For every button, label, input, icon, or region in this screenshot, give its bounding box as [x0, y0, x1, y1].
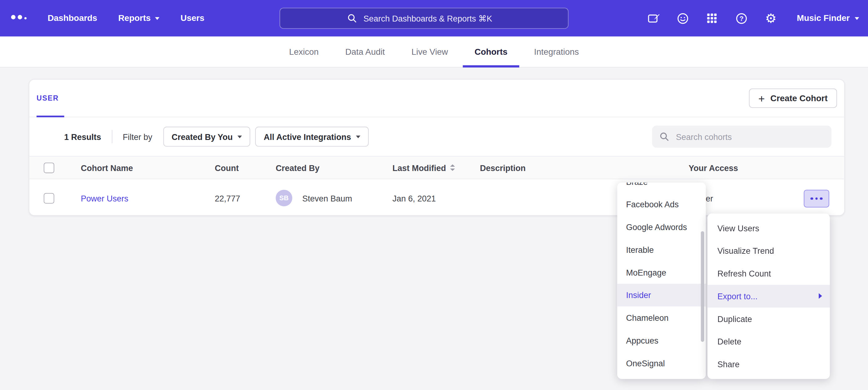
- export-targets-submenu: Braze Facebook Ads Google Adwords Iterab…: [617, 183, 706, 379]
- menu-item-delete[interactable]: Delete: [707, 330, 830, 353]
- tab-lexicon[interactable]: Lexicon: [278, 37, 331, 67]
- row-checkbox[interactable]: [44, 193, 54, 203]
- feedback-icon[interactable]: [647, 12, 660, 25]
- menu-item-google-adwords[interactable]: Google Adwords: [617, 216, 706, 238]
- ellipsis-icon: [810, 197, 813, 200]
- nav-item-label: Reports: [118, 13, 151, 23]
- divider: [112, 130, 112, 143]
- nav-item-label: Dashboards: [48, 13, 97, 23]
- menu-item-visualize-trend[interactable]: Visualize Trend: [707, 239, 830, 262]
- menu-item-export-to[interactable]: Export to...: [707, 285, 830, 307]
- row-context-menu: View Users Visualize Trend Refresh Count…: [707, 214, 830, 379]
- menu-item-view-users[interactable]: View Users: [707, 217, 830, 239]
- menu-item-share[interactable]: Share: [707, 353, 830, 376]
- cohorts-panel: USER + Create Cohort 1 Results Filter by…: [29, 79, 845, 216]
- top-nav: Dashboards Reports Users: [0, 0, 868, 37]
- sort-icon[interactable]: [450, 164, 456, 171]
- last-modified-cell: Jan 6, 2021: [393, 179, 436, 217]
- chevron-down-icon: [356, 135, 361, 138]
- global-search[interactable]: [279, 8, 568, 29]
- settings-gear-icon[interactable]: ⚙: [764, 12, 777, 25]
- app-window: Dashboards Reports Users: [0, 0, 868, 390]
- menu-item-chameleon[interactable]: Chameleon: [617, 306, 706, 329]
- menu-item-refresh-count[interactable]: Refresh Count: [707, 262, 830, 285]
- menu-item-moengage[interactable]: MoEngage: [617, 261, 706, 284]
- created-by-name: Steven Baum: [302, 193, 352, 203]
- header-created-by: Created By: [276, 157, 319, 179]
- nav-item-dashboards[interactable]: Dashboards: [48, 13, 97, 23]
- menu-item-duplicate[interactable]: Duplicate: [707, 307, 830, 330]
- logo-dot: [24, 17, 27, 19]
- header-count: Count: [215, 157, 239, 179]
- workspace-name: Music Finder: [797, 13, 850, 23]
- section-tabs: Lexicon Data Audit Live View Cohorts Int…: [0, 37, 868, 68]
- table-header: Cohort Name Count Created By Last Modifi…: [29, 156, 844, 179]
- menu-item-insider[interactable]: Insider: [617, 284, 706, 307]
- menu-item-braze[interactable]: Braze: [617, 183, 706, 193]
- header-description: Description: [480, 157, 525, 179]
- select-all-checkbox[interactable]: [44, 162, 54, 173]
- filter-created-by-dropdown[interactable]: Created By You: [163, 127, 251, 147]
- global-search-input[interactable]: [362, 13, 502, 23]
- chevron-down-icon: [155, 17, 159, 20]
- chevron-down-icon: [238, 135, 242, 138]
- nav-right-items: ? ⚙ Music Finder: [647, 0, 859, 37]
- logo-dots-icon[interactable]: [11, 15, 27, 20]
- nav-item-users[interactable]: Users: [181, 13, 205, 23]
- cohort-name-link[interactable]: Power Users: [81, 193, 128, 203]
- svg-text:?: ?: [739, 14, 743, 22]
- row-actions-button[interactable]: [804, 190, 829, 207]
- filter-row: 1 Results Filter by Created By You All A…: [29, 117, 844, 156]
- submenu-scrollbar-thumb[interactable]: [701, 231, 704, 342]
- cohort-search[interactable]: [652, 126, 832, 148]
- created-by-cell: SB Steven Baum: [276, 179, 352, 217]
- tab-cohorts[interactable]: Cohorts: [463, 37, 519, 67]
- filter-by-label: Filter by: [123, 132, 152, 141]
- create-cohort-button[interactable]: + Create Cohort: [749, 89, 837, 108]
- cohort-count: 22,777: [215, 179, 240, 217]
- submenu-arrow-icon: [819, 293, 822, 299]
- tab-integrations[interactable]: Integrations: [522, 37, 590, 67]
- workspace-switcher[interactable]: Music Finder: [797, 13, 859, 23]
- table-row: Power Users 22,777 SB Steven Baum Jan 6,…: [29, 179, 844, 217]
- header-last-modified: Last Modified: [393, 157, 455, 179]
- logo-dot: [18, 15, 22, 20]
- filter-integrations-dropdown[interactable]: All Active Integrations: [255, 127, 369, 147]
- nav-item-reports[interactable]: Reports: [118, 13, 159, 23]
- search-icon: [659, 131, 670, 142]
- active-tab-underline: [37, 116, 64, 117]
- nav-item-label: Users: [181, 13, 205, 23]
- menu-item-onesignal[interactable]: OneSignal: [617, 352, 706, 375]
- chevron-down-icon: [855, 17, 859, 20]
- results-count: 1 Results: [64, 132, 101, 141]
- search-icon: [346, 12, 358, 24]
- nav-main-items: Dashboards Reports Users: [48, 0, 205, 37]
- avatar: SB: [276, 190, 292, 206]
- logo-dot: [11, 15, 16, 20]
- menu-item-facebook-ads[interactable]: Facebook Ads: [617, 193, 706, 216]
- apps-grid-icon[interactable]: [706, 12, 719, 25]
- tab-data-audit[interactable]: Data Audit: [334, 37, 397, 67]
- tab-live-view[interactable]: Live View: [400, 37, 460, 67]
- plus-icon: +: [758, 93, 765, 103]
- help-icon[interactable]: ?: [735, 12, 748, 25]
- menu-item-appcues[interactable]: Appcues: [617, 329, 706, 352]
- smiley-icon[interactable]: [676, 12, 689, 25]
- header-cohort-name: Cohort Name: [81, 157, 133, 179]
- tab-user-cohorts[interactable]: USER: [37, 94, 59, 102]
- cohort-search-input[interactable]: [675, 131, 825, 142]
- menu-item-iterable[interactable]: Iterable: [617, 238, 706, 261]
- header-your-access: Your Access: [688, 157, 738, 179]
